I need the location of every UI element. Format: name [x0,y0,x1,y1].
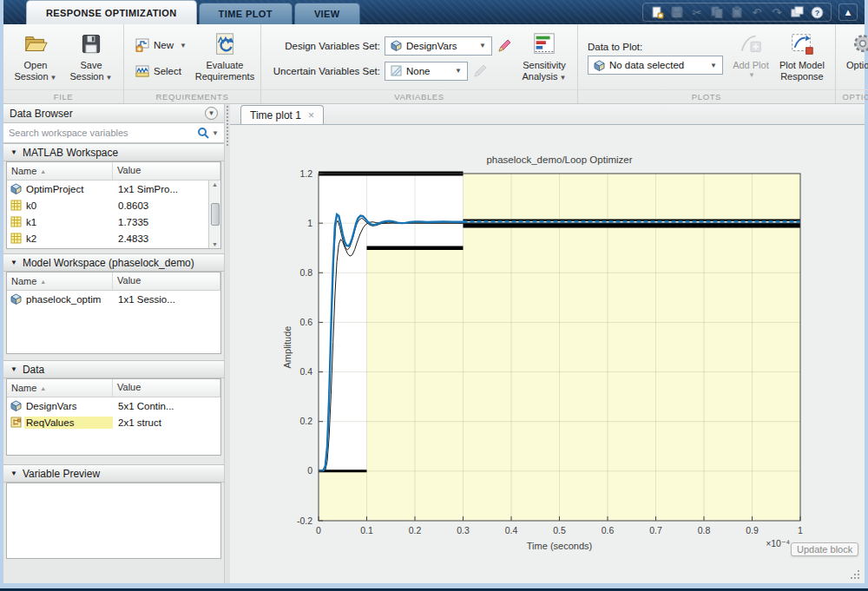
panel-menu-icon[interactable]: ▼ [205,107,218,120]
scroll-down-icon[interactable]: ▼ [212,241,218,247]
save-session-button[interactable]: Save Session▼ [63,27,119,89]
data-browser-title: Data Browser [10,108,73,120]
variable-cube-icon [391,40,402,51]
section-title: Data [23,364,44,376]
table-row-phaselock_optim[interactable]: phaselock_optim1x1 Sessio... [7,291,220,307]
svg-text:0.4: 0.4 [299,366,312,377]
dropdown-arrow-icon: ▼ [50,74,57,82]
design-variables-set-dropdown[interactable]: DesignVars ▼ [385,36,492,56]
tab-time-plot-1[interactable]: Time plot 1 × [240,105,324,124]
sensitivity-analysis-button[interactable]: Sensitivity Analysis▼ [516,27,573,89]
section-title: MATLAB Workspace [23,147,118,159]
dropdown-arrow-icon: ▼ [180,42,187,49]
table-header: Name▲Value [7,273,220,291]
uncertain-variables-set-dropdown[interactable]: None ▼ [385,62,468,81]
svg-text:0.5: 0.5 [553,525,566,535]
group-requirements: New▼ Select [124,24,261,103]
tab-response-optimization[interactable]: RESPONSE OPTIMIZATION [26,0,197,24]
search-input[interactable] [9,128,197,138]
data-to-plot-dropdown[interactable]: No data selected ▼ [588,56,723,75]
svg-text:0.3: 0.3 [457,525,470,535]
section-header-variable-preview[interactable]: ▼Variable Preview [3,464,224,483]
new-requirement-icon [135,38,149,52]
tab-view[interactable]: VIEW [294,3,360,24]
cube-icon [7,293,24,305]
table-row-k2[interactable]: k22.4833 [7,230,220,246]
open-session-label: Open Session [14,60,48,82]
data-browser-panel: Data Browser ▼ ▼ ▼MATLAB WorkspaceName▲V… [3,104,225,583]
edit-design-variables-icon[interactable] [496,38,512,54]
table-row-DesignVars[interactable]: DesignVars5x1 Contin... [7,397,220,414]
sort-ascending-icon: ▲ [40,385,46,391]
floppy-disk-icon [79,30,103,58]
table-header: Name▲Value [7,379,220,397]
svg-text:0.1: 0.1 [360,525,373,535]
scroll-up-icon[interactable]: ▲ [212,181,218,187]
ribbon: Open Session▼ Save Session▼ FILE [3,24,865,104]
design-variables-set-label: Design Variables Set: [266,41,380,51]
variable-cube-icon [594,60,605,71]
new-script-icon[interactable] [648,4,666,20]
column-header-value[interactable]: Value [113,273,220,290]
workspace-table-matlab-workspace: Name▲ValueOptimProject1x1 SimPro...k00.8… [6,161,221,249]
evaluate-requirements-button[interactable]: Evaluate Requirements [194,27,256,89]
grid-icon [7,200,24,211]
column-header-name[interactable]: Name▲ [7,162,113,180]
plot-model-response-button[interactable]: Plot Model Response [773,27,831,89]
save-icon [668,4,686,20]
help-icon[interactable]: ? [808,4,825,20]
svg-text:1.2: 1.2 [299,168,312,179]
variable-name: k1 [24,216,113,228]
minimize-ribbon-icon[interactable]: ▲ [838,3,858,21]
column-header-value[interactable]: Value [113,162,220,180]
section-title: Variable Preview [23,468,100,480]
select-label: Select [154,66,181,76]
table-row-k1[interactable]: k11.7335 [7,213,220,230]
time-plot-chart: 00.10.20.30.40.50.60.70.80.91-0.200.20.4… [230,125,865,583]
close-tab-icon[interactable]: × [308,109,314,121]
table-row-ReqValues[interactable]: ReqValues2x1 struct [7,414,220,430]
dropdown-arrow-icon: ▼ [748,71,755,79]
column-header-value[interactable]: Value [113,379,220,397]
section-header-data[interactable]: ▼Data [3,360,224,378]
svg-text:0.6: 0.6 [602,525,615,535]
section-header-model-workspace-phaselock-demo[interactable]: ▼Model Workspace (phaselock_demo) [3,253,224,272]
gear-icon [850,30,868,58]
data-to-plot-value: No data selected [609,60,684,70]
vertical-scrollbar[interactable]: ▲▼ [208,181,220,248]
save-session-label: Save Session [69,60,103,82]
svg-text:-0.2: -0.2 [297,515,312,526]
column-header-name[interactable]: Name▲ [7,379,113,397]
variable-name: k2 [24,233,113,245]
x-axis-label: Time (seconds) [527,541,592,551]
new-requirement-button[interactable]: New▼ [132,35,190,56]
section-header-matlab-workspace[interactable]: ▼MATLAB Workspace [3,143,224,161]
search-options-icon[interactable]: ▼ [212,129,219,137]
none-icon [391,65,402,76]
collapse-section-icon: ▼ [10,259,17,266]
time-plot-tab-label: Time plot 1 [250,109,301,121]
struct-icon [7,417,24,428]
group-variables: Design Variables Set: DesignVars ▼ [261,24,578,103]
options-button[interactable]: Options [840,27,868,89]
table-row-OptimProject[interactable]: OptimProject1x1 SimPro... [7,181,220,197]
layout-icon[interactable] [788,4,806,20]
group-options: Options OPTIONS [836,24,868,103]
collapse-section-icon: ▼ [10,365,17,373]
quick-access-toolbar: ✂↶↷? [642,3,832,22]
evaluate-requirements-label: Evaluate Requirements [194,60,256,82]
tab-time-plot[interactable]: TIME PLOT [199,3,293,24]
select-requirement-button[interactable]: Select [132,61,190,82]
search-icon[interactable] [197,127,209,139]
open-folder-icon [23,30,49,58]
uncertain-variables-set-label: Uncertain Variables Set: [266,66,380,76]
table-row-k0[interactable]: k00.8603 [7,197,220,213]
variable-name: DesignVars [24,400,113,412]
variable-name: ReqValues [24,417,113,429]
grid-icon [7,216,24,227]
scroll-thumb[interactable] [211,203,220,226]
open-session-button[interactable]: Open Session▼ [8,27,63,89]
column-header-name[interactable]: Name▲ [7,273,113,290]
resize-grip-icon[interactable] [850,569,860,580]
variable-name: OptimProject [24,183,113,195]
